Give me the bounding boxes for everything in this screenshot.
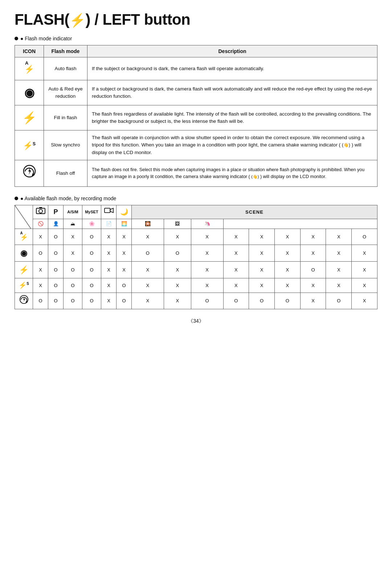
cell-r5-c12: O (275, 293, 301, 309)
svg-point-4 (39, 209, 42, 213)
table-row: ◉ Auto & Red eyereduction If a subject o… (15, 80, 377, 105)
cell-r4-c1: X (33, 278, 48, 293)
icon-slow-synchro: ⚡S (15, 130, 44, 160)
desc-red-eye: If a subject or background is dark, the … (87, 80, 377, 105)
mode-red-eye: Auto & Red eyereduction (44, 80, 87, 105)
svg-rect-6 (104, 208, 110, 213)
cell-r2-c13: X (300, 245, 326, 261)
avail-row-5: O O O O X O X X O O O O X O X (15, 293, 377, 309)
cell-r5-c15: X (352, 293, 377, 309)
cell-r2-c12: X (275, 245, 301, 261)
cell-r1-c12: X (275, 229, 301, 245)
desc-flash-off: The flash does not fire. Select this mod… (87, 160, 377, 186)
cell-r1-c14: X (326, 229, 352, 245)
cell-r3-c14: X (326, 261, 352, 278)
cell-r4-c4: O (82, 278, 101, 293)
cell-r2-c9: X (191, 245, 223, 261)
icon-fill-flash: ⚡ (15, 105, 44, 130)
scene-icon-7: 🎇 (132, 219, 164, 229)
cell-r2-c6: X (117, 245, 132, 261)
scene-icon-8: 🖼 (164, 219, 191, 229)
mode-flash-off: Flash off (44, 160, 87, 186)
cell-r2-c5: X (101, 245, 117, 261)
cell-r1-c9: X (191, 229, 223, 245)
page-title: FLASH(⚡) / LEFT button (15, 11, 377, 28)
cell-r1-c6: X (117, 229, 132, 245)
cell-r3-c3: O (64, 261, 82, 278)
avail-row-icon-2: ◉ (15, 245, 33, 261)
mode-slow-synchro: Slow synchro (44, 130, 87, 160)
col-myset: MySET (82, 205, 101, 219)
cell-r3-c9: X (191, 261, 223, 278)
icon-flash-off (15, 160, 44, 186)
table-row: A ⚡ Auto flash If the subject or backgro… (15, 57, 377, 80)
table-row: ⚡S Slow synchro The flash will operate i… (15, 130, 377, 160)
cell-r1-c2: O (48, 229, 64, 245)
col-night: 🌙 (117, 205, 132, 219)
cell-r3-c7: X (132, 261, 164, 278)
col-P: P (48, 205, 64, 219)
avail-row-icon-1: A ⚡ (15, 229, 33, 245)
avail-row-3: ⚡ X O O O X X X X X X X X O X X (15, 261, 377, 278)
col-camera (33, 205, 48, 219)
cell-r2-c15: X (352, 245, 377, 261)
cell-r3-c4: O (82, 261, 101, 278)
cell-r2-c3: X (64, 245, 82, 261)
cell-r5-c14: O (326, 293, 352, 309)
avail-row-icon-3: ⚡ (15, 261, 33, 278)
flash-mode-table: ICON Flash mode Description A ⚡ Auto fla… (15, 45, 377, 187)
cell-r5-c10: O (223, 293, 249, 309)
cell-r3-c5: X (101, 261, 117, 278)
cell-r5-c9: O (191, 293, 223, 309)
cell-r4-c5: X (101, 278, 117, 293)
mode-fill-flash: Fill in flash (44, 105, 87, 130)
cell-r1-c10: X (223, 229, 249, 245)
cell-r4-c11: X (249, 278, 275, 293)
cell-r5-c6: O (117, 293, 132, 309)
col-header-desc: Description (87, 45, 377, 57)
cell-r5-c13: X (300, 293, 326, 309)
cell-r5-c11: O (249, 293, 275, 309)
cell-r2-c11: X (249, 245, 275, 261)
flash-off-svg (22, 164, 37, 178)
avail-row-icon-5 (15, 293, 33, 309)
icon-red-eye: ◉ (15, 80, 44, 105)
cell-r4-c14: X (326, 278, 352, 293)
col-header-mode: Flash mode (44, 45, 87, 57)
avail-row-icon-4: ⚡S (15, 278, 33, 293)
bullet-icon (15, 37, 18, 40)
cell-r2-c7: O (132, 245, 164, 261)
cell-r3-c6: X (117, 261, 132, 278)
cell-r2-c10: X (223, 245, 249, 261)
cell-r4-c6: O (117, 278, 132, 293)
scene-icon-9: 🦄 (191, 219, 223, 229)
svg-rect-5 (39, 207, 42, 209)
scene-icon-3: ⛰ (64, 219, 82, 229)
cell-r3-c2: O (48, 261, 64, 278)
cell-r1-c15: O (352, 229, 377, 245)
scene-icon-2: 👤 (48, 219, 64, 229)
cell-r4-c3: O (64, 278, 82, 293)
page-number: 《34》 (15, 318, 377, 325)
col-movie (101, 205, 117, 219)
cell-r2-c1: O (33, 245, 48, 261)
cell-r1-c7: X (132, 229, 164, 245)
table-row: Flash off The flash does not fire. Selec… (15, 160, 377, 186)
cell-r3-c1: X (33, 261, 48, 278)
col-ASM: A/S/M (64, 205, 82, 219)
cell-r5-c4: O (82, 293, 101, 309)
cell-r1-c8: X (164, 229, 191, 245)
avail-row-2: ◉ O O X O X X O O X X X X X X X (15, 245, 377, 261)
avail-mode-label: ● Available flash mode, by recording mod… (15, 196, 377, 201)
avail-label-text: ● Available flash mode, by recording mod… (20, 196, 116, 201)
cell-r1-c4: O (82, 229, 101, 245)
flash-mode-label: ● Flash mode indicator (15, 36, 377, 41)
cell-r3-c13: O (300, 261, 326, 278)
cell-r4-c15: X (352, 278, 377, 293)
cell-r3-c11: X (249, 261, 275, 278)
mode-auto-flash: Auto flash (44, 57, 87, 80)
scene-icon-6: 🌅 (117, 219, 132, 229)
bullet-icon-2 (15, 197, 18, 200)
cell-r2-c14: X (326, 245, 352, 261)
scene-icon-1: 🚫 (33, 219, 48, 229)
